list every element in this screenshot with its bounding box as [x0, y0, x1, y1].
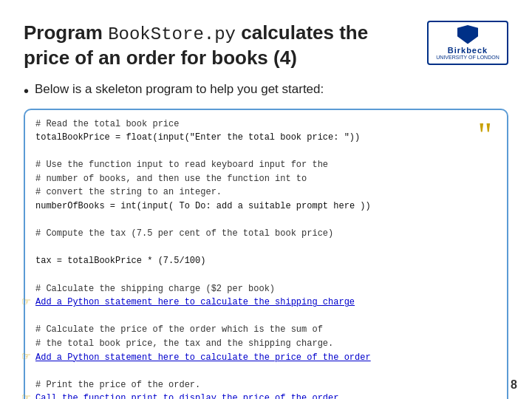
quote-icon: ": [477, 117, 492, 153]
title-line2: price of an order for books (4): [24, 46, 415, 70]
bullet-text: Below is a skeleton program to help you …: [35, 81, 324, 98]
todo-price: Add a Python statement here to calculate…: [35, 351, 371, 365]
code-blank-2: [35, 214, 497, 228]
code-comment-2: # Use the function input to read keyboar…: [35, 158, 497, 172]
code-comment-6: # Calculate the shipping charge ($2 per …: [35, 282, 497, 296]
arrow-icon-3: ☞: [22, 389, 30, 399]
code-comment-3: # number of books, and then use the func…: [35, 172, 497, 186]
bullet-item: • Below is a skeleton program to help yo…: [24, 81, 508, 101]
code-blank-6: [35, 364, 497, 378]
code-line-3: tax = totalBookPrice * (7.5/100): [35, 254, 497, 268]
code-blank-4: [35, 268, 497, 282]
code-box: " # Read the total book price totalBookP…: [24, 109, 508, 400]
todo-print-row: ☞ Call the function print to display the…: [35, 392, 497, 399]
todo-price-row: ☞ Add a Python statement here to calcula…: [35, 351, 497, 365]
code-blank-5: [35, 310, 497, 324]
title-code: BookStore.py: [108, 24, 236, 44]
code-comment-7: # Calculate the price of the order which…: [35, 323, 497, 337]
todo-shipping-row: ☞ Add a Python statement here to calcula…: [35, 296, 497, 310]
header: Program BookStore.py calculates the pric…: [24, 21, 508, 70]
code-blank-1: [35, 145, 497, 159]
arrow-icon-2: ☞: [22, 347, 30, 368]
logo-box: Birkbeck UNIVERSITY OF LONDON: [427, 21, 508, 65]
title-part1: Program: [24, 21, 108, 44]
todo-prompt: To Do: add a suitable prompt here: [179, 201, 355, 211]
logo-shield-icon: [457, 25, 478, 44]
slide: Program BookStore.py calculates the pric…: [0, 0, 532, 399]
todo-shipping: Add a Python statement here to calculate…: [35, 296, 355, 310]
todo-print: Call the function print to display the p…: [35, 392, 338, 399]
logo-name: Birkbeck: [448, 46, 488, 55]
code-comment-5: # Compute the tax (7.5 per cent of the t…: [35, 227, 497, 241]
bullet-icon: •: [24, 81, 29, 101]
code-line-1: totalBookPrice = float(input("Enter the …: [35, 131, 497, 145]
title-block: Program BookStore.py calculates the pric…: [24, 21, 415, 70]
slide-number: 8: [511, 378, 517, 392]
code-comment-9: # Print the price of the order.: [35, 378, 497, 392]
logo-subtitle: UNIVERSITY OF LONDON: [436, 55, 499, 61]
code-comment-1: # Read the total book price: [35, 117, 497, 132]
title-line1: Program BookStore.py calculates the: [24, 21, 415, 46]
code-blank-3: [35, 241, 497, 255]
arrow-icon-1: ☞: [22, 293, 30, 313]
code-comment-4: # convert the string to an integer.: [35, 185, 497, 200]
code-line-2: numberOfBooks = int(input( To Do: add a …: [35, 200, 497, 214]
code-comment-8: # the total book price, the tax and the …: [35, 337, 497, 351]
title-part2: calculates the: [236, 21, 368, 44]
